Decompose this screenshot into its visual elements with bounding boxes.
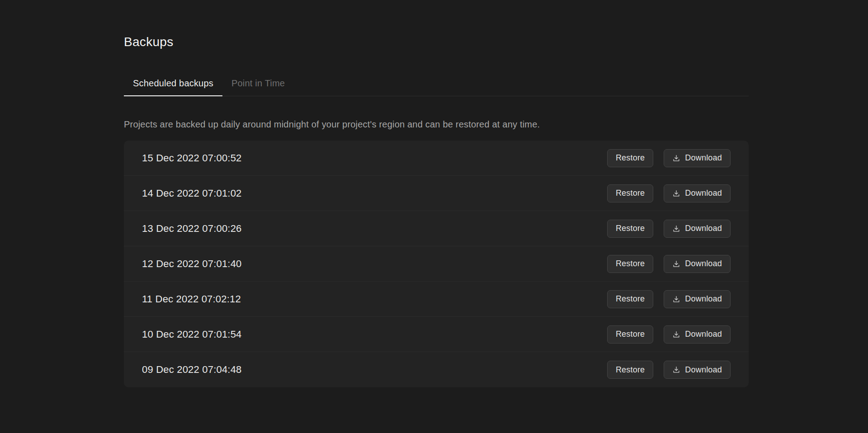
backup-timestamp: 15 Dec 2022 07:00:52 xyxy=(142,152,242,164)
download-icon xyxy=(672,225,680,233)
restore-button[interactable]: Restore xyxy=(607,149,653,167)
backup-actions: Restore Download xyxy=(607,255,731,273)
download-label: Download xyxy=(685,224,722,233)
backup-row: 11 Dec 2022 07:02:12 Restore Download xyxy=(124,282,749,317)
backup-actions: Restore Download xyxy=(607,184,731,202)
backups-description: Projects are backed up daily around midn… xyxy=(124,119,749,130)
backup-timestamp: 10 Dec 2022 07:01:54 xyxy=(142,329,242,340)
download-icon xyxy=(672,330,680,339)
download-label: Download xyxy=(685,259,722,268)
download-button[interactable]: Download xyxy=(664,255,731,273)
restore-button[interactable]: Restore xyxy=(607,290,653,308)
restore-label: Restore xyxy=(616,188,645,198)
backup-timestamp: 09 Dec 2022 07:04:48 xyxy=(142,364,242,376)
backups-page: Backups Scheduled backups Point in Time … xyxy=(124,0,749,387)
download-button[interactable]: Download xyxy=(664,361,731,379)
download-label: Download xyxy=(685,188,722,198)
backup-actions: Restore Download xyxy=(607,361,731,379)
restore-button[interactable]: Restore xyxy=(607,361,653,379)
restore-label: Restore xyxy=(616,294,645,304)
backup-row: 10 Dec 2022 07:01:54 Restore Download xyxy=(124,317,749,352)
backup-row: 13 Dec 2022 07:00:26 Restore Download xyxy=(124,211,749,246)
restore-button[interactable]: Restore xyxy=(607,325,653,344)
download-button[interactable]: Download xyxy=(664,184,731,202)
restore-label: Restore xyxy=(616,365,645,375)
restore-label: Restore xyxy=(616,259,645,268)
backup-row: 09 Dec 2022 07:04:48 Restore Download xyxy=(124,352,749,387)
restore-button[interactable]: Restore xyxy=(607,255,653,273)
download-label: Download xyxy=(685,153,722,163)
backup-row: 14 Dec 2022 07:01:02 Restore Download xyxy=(124,176,749,211)
download-label: Download xyxy=(685,294,722,304)
backup-row: 12 Dec 2022 07:01:40 Restore Download xyxy=(124,246,749,282)
backup-timestamp: 13 Dec 2022 07:00:26 xyxy=(142,223,242,235)
download-icon xyxy=(672,154,680,162)
download-icon xyxy=(672,295,680,303)
tab-point-in-time[interactable]: Point in Time xyxy=(222,78,294,96)
download-button[interactable]: Download xyxy=(664,325,731,344)
download-icon xyxy=(672,189,680,198)
backup-actions: Restore Download xyxy=(607,149,731,167)
download-label: Download xyxy=(685,329,722,339)
backup-actions: Restore Download xyxy=(607,290,731,308)
tab-scheduled-backups[interactable]: Scheduled backups xyxy=(124,78,222,96)
backup-actions: Restore Download xyxy=(607,220,731,238)
restore-label: Restore xyxy=(616,153,645,163)
backups-list: 15 Dec 2022 07:00:52 Restore Download 14… xyxy=(124,141,749,387)
restore-label: Restore xyxy=(616,224,645,233)
backup-actions: Restore Download xyxy=(607,325,731,344)
restore-label: Restore xyxy=(616,329,645,339)
download-icon xyxy=(672,366,680,374)
backup-timestamp: 14 Dec 2022 07:01:02 xyxy=(142,188,242,199)
backup-timestamp: 12 Dec 2022 07:01:40 xyxy=(142,258,242,270)
download-button[interactable]: Download xyxy=(664,149,731,167)
download-icon xyxy=(672,260,680,268)
restore-button[interactable]: Restore xyxy=(607,184,653,202)
restore-button[interactable]: Restore xyxy=(607,220,653,238)
tabs-bar: Scheduled backups Point in Time xyxy=(124,78,749,96)
backup-timestamp: 11 Dec 2022 07:02:12 xyxy=(142,293,241,305)
backup-row: 15 Dec 2022 07:00:52 Restore Download xyxy=(124,141,749,176)
page-title: Backups xyxy=(124,0,749,50)
download-button[interactable]: Download xyxy=(664,290,731,308)
download-button[interactable]: Download xyxy=(664,220,731,238)
download-label: Download xyxy=(685,365,722,375)
